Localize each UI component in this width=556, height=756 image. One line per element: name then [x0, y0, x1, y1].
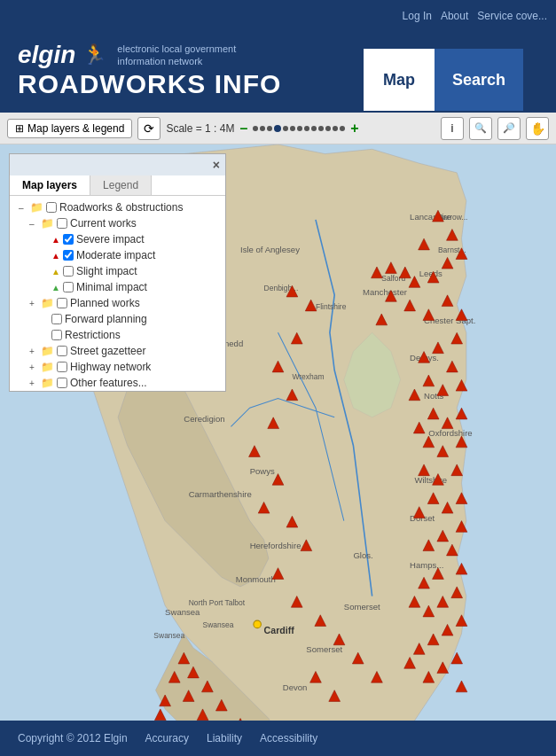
checkbox-minimal[interactable]	[63, 282, 74, 292]
tree-item-roadworks[interactable]: –📁Roadworks & obstructions	[12, 199, 223, 215]
checkbox-highway[interactable]	[57, 362, 67, 372]
info-tool-button[interactable]: i	[441, 117, 464, 140]
pan-button[interactable]: ✋	[526, 117, 549, 140]
svg-text:Manchester: Manchester	[363, 287, 408, 297]
tree-expand-other[interactable]: +	[29, 378, 38, 388]
tree-expand-highway[interactable]: +	[29, 362, 38, 372]
tree-item-forward[interactable]: Forward planning	[12, 311, 223, 327]
folder-icon: 📁	[41, 377, 54, 389]
main-content: Lancashire Leeds Manchester Chester Sapt…	[0, 144, 556, 756]
checkbox-forward[interactable]	[51, 314, 62, 324]
zoom-in-button[interactable]: +	[350, 121, 358, 136]
zoom-area-button[interactable]: 🔍	[469, 117, 492, 140]
pan-icon: ✋	[530, 121, 545, 136]
tree-label-current: Current works	[70, 217, 137, 230]
folder-icon: 📁	[30, 201, 43, 214]
svg-text:Herefordshire: Herefordshire	[250, 541, 301, 550]
zoom-area-icon: 🔍	[474, 122, 487, 134]
zoom-out-area-button[interactable]: 🔎	[497, 117, 521, 140]
svg-text:Monmouth: Monmouth	[236, 574, 276, 584]
tree-item-moderate[interactable]: ▲Moderate impact	[12, 247, 223, 263]
checkbox-planned[interactable]	[57, 298, 67, 308]
login-link[interactable]: Log In	[403, 10, 432, 22]
tree-label-restrictions: Restrictions	[65, 329, 121, 341]
svg-text:Oxfordshire: Oxfordshire	[428, 428, 472, 438]
svg-text:Powys: Powys	[250, 466, 275, 476]
tree-label-moderate: Moderate impact	[76, 249, 155, 261]
svg-text:Flintshire: Flintshire	[316, 302, 347, 311]
map-layers-legend-button[interactable]: ⊞ Map layers & legend	[7, 119, 132, 138]
tab-search[interactable]: Search	[435, 49, 523, 111]
close-layers-panel-button[interactable]: ×	[213, 158, 220, 172]
zoom-slider[interactable]	[253, 125, 345, 132]
checkbox-other[interactable]	[57, 378, 67, 388]
toolbar: ⊞ Map layers & legend ⟳ Scale = 1 : 4M –…	[0, 111, 556, 144]
checkbox-slight[interactable]	[63, 266, 74, 277]
tree-item-restrictions[interactable]: Restrictions	[12, 327, 223, 343]
layers-panel: × Map layers Legend –📁Roadworks & obstru…	[9, 153, 226, 392]
svg-text:Somerset: Somerset	[306, 644, 342, 654]
page-title: ROADWORKS INFO	[18, 69, 364, 99]
service-link[interactable]: Service cove...	[477, 10, 547, 22]
scale-label: Scale = 1 : 4M	[166, 122, 234, 135]
layers-panel-tabs: Map layers Legend	[10, 175, 225, 196]
folder-icon: 📁	[41, 361, 54, 373]
tree-label-slight: Slight impact	[76, 265, 137, 277]
about-link[interactable]: About	[441, 10, 468, 22]
tree-label-street: Street gazetteer	[70, 345, 145, 357]
map-area[interactable]: Lancashire Leeds Manchester Chester Sapt…	[0, 144, 556, 756]
logo-runner-icon: 🏃	[82, 43, 106, 66]
checkbox-roadworks[interactable]	[46, 202, 57, 213]
tree-item-minimal[interactable]: ▲Minimal impact	[12, 279, 223, 295]
impact-icon-severe: ▲	[51, 235, 60, 245]
checkbox-current[interactable]	[57, 218, 67, 229]
tree-item-street[interactable]: +📁Street gazetteer	[12, 343, 223, 359]
tree-label-other: Other features...	[70, 377, 147, 389]
tree-item-severe[interactable]: ▲Severe impact	[12, 231, 223, 247]
svg-text:Carmarthenshire: Carmarthenshire	[189, 489, 252, 499]
svg-text:Isle of Anglesey: Isle of Anglesey	[240, 245, 300, 254]
svg-text:Somerset: Somerset	[344, 602, 380, 612]
zoom-out-button[interactable]: –	[239, 121, 247, 136]
checkbox-restrictions[interactable]	[51, 330, 62, 340]
impact-icon-minimal: ▲	[51, 283, 60, 292]
tab-map-layers[interactable]: Map layers	[10, 175, 90, 195]
svg-text:Swansea: Swansea	[153, 631, 184, 640]
svg-text:North Port Talbot: North Port Talbot	[189, 598, 246, 607]
refresh-button[interactable]: ⟳	[137, 117, 161, 140]
svg-text:Hamps...: Hamps...	[410, 560, 443, 570]
tree-label-severe: Severe impact	[76, 233, 145, 246]
logo-elgin: elgin	[18, 43, 75, 67]
footer-copyright: Copyright © 2012 Elgin	[18, 732, 128, 744]
tree-item-highway[interactable]: +📁Highway network	[12, 359, 223, 375]
svg-text:Swansea: Swansea	[165, 607, 200, 617]
checkbox-street[interactable]	[57, 346, 67, 356]
header: elgin 🏃 electronic local government info…	[0, 31, 556, 111]
tree-item-other[interactable]: +📁Other features...	[12, 375, 223, 391]
tab-legend[interactable]: Legend	[90, 175, 152, 195]
impact-icon-slight: ▲	[51, 267, 60, 277]
svg-text:Glos.: Glos.	[353, 550, 372, 560]
tree-item-planned[interactable]: +📁Planned works	[12, 295, 223, 311]
tab-map[interactable]: Map	[364, 49, 435, 111]
layers-content: –📁Roadworks & obstructions–📁Current work…	[10, 196, 225, 391]
tree-expand-street[interactable]: +	[29, 347, 38, 356]
tree-label-roadworks: Roadworks & obstructions	[59, 201, 183, 214]
tree-expand-roadworks[interactable]: –	[19, 203, 27, 213]
checkbox-severe[interactable]	[63, 234, 74, 245]
tree-expand-planned[interactable]: +	[29, 299, 38, 308]
svg-text:Wrexham: Wrexham	[292, 372, 324, 381]
checkbox-moderate[interactable]	[63, 250, 74, 261]
tree-item-current[interactable]: –📁Current works	[12, 215, 223, 231]
layers-icon: ⊞	[15, 122, 24, 135]
tree-label-minimal: Minimal impact	[76, 281, 147, 293]
footer-accuracy-link[interactable]: Accuracy	[145, 732, 189, 744]
logo-area: elgin 🏃 electronic local government info…	[0, 31, 364, 111]
tree-item-slight[interactable]: ▲Slight impact	[12, 263, 223, 279]
footer-accessibility-link[interactable]: Accessibility	[260, 732, 317, 744]
refresh-icon: ⟳	[144, 121, 154, 136]
footer-liability-link[interactable]: Liability	[207, 732, 242, 744]
top-bar: Log In About Service cove...	[0, 0, 556, 31]
nav-tabs: Map Search	[364, 31, 556, 111]
tree-expand-current[interactable]: –	[29, 219, 38, 229]
